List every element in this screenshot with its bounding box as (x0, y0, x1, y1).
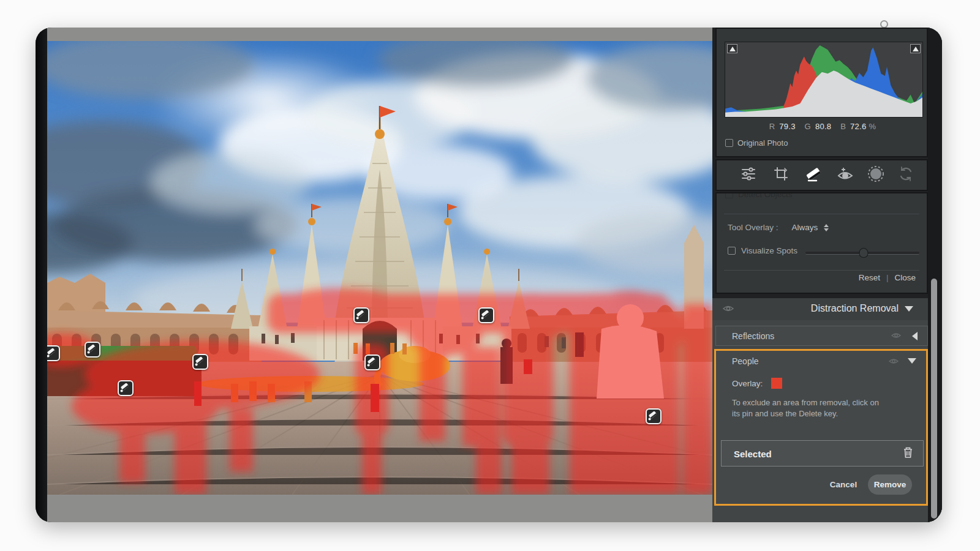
red-eye-icon[interactable] (837, 166, 854, 184)
photo-matte (47, 28, 712, 522)
visualize-spots-checkbox[interactable] (728, 247, 736, 255)
highlight-clipping-toggle[interactable] (910, 44, 921, 53)
close-button[interactable]: Close (894, 273, 916, 282)
rgb-readout: R 79.3 G 80.8 B 72.6 % (717, 122, 927, 131)
detect-objects-row-clipped: Detect Objects (725, 192, 793, 200)
panel-scrollbar[interactable] (931, 279, 937, 519)
histogram-panel: R 79.3 G 80.8 B 72.6 % Original Photo (715, 28, 928, 157)
section-people-highlighted: People Overlay: To exclude an are (714, 349, 928, 506)
people-collapse-caret-icon[interactable] (908, 358, 916, 364)
masking-icon[interactable] (867, 165, 884, 185)
dropdown-arrows-icon[interactable] (824, 224, 829, 231)
cancel-button[interactable]: Cancel (825, 476, 862, 494)
overlay-label: Overlay: (732, 379, 763, 388)
heal-tool-options: Detect Objects Tool Overlay : Always Vis… (715, 192, 928, 294)
visualize-spots-slider[interactable] (805, 252, 919, 255)
visualize-spots-slider-thumb[interactable] (859, 248, 868, 258)
panel-scroll-rail (928, 28, 942, 522)
visualize-spots-label: Visualize Spots (741, 246, 797, 255)
left-edge-bar (36, 28, 47, 522)
divider (724, 214, 919, 214)
people-row[interactable]: People (716, 352, 926, 370)
tool-overlay-dropdown[interactable]: Always (792, 223, 818, 232)
overlay-color-swatch[interactable] (771, 378, 782, 389)
removal-pin[interactable] (118, 380, 134, 396)
button-separator: | (886, 273, 889, 282)
exclusion-help-text: To exclude an area from removal, click o… (732, 397, 903, 419)
divider (724, 270, 919, 271)
distraction-removal-panel: Distraction Removal Reflections People (712, 298, 942, 522)
selected-label: Selected (734, 448, 772, 459)
removal-pin[interactable] (364, 354, 380, 370)
temple-photo-scene (47, 41, 712, 495)
photo-canvas[interactable] (47, 41, 712, 495)
people-eye-icon[interactable] (888, 357, 899, 368)
clipped-icon (880, 20, 889, 28)
reflections-expand-caret-icon[interactable] (912, 332, 918, 340)
reset-button[interactable]: Reset (859, 273, 880, 282)
sync-icon[interactable] (898, 166, 914, 184)
removal-pin[interactable] (85, 342, 100, 358)
panel-eye-icon[interactable] (722, 304, 734, 316)
removal-pin[interactable] (47, 345, 60, 361)
remove-button[interactable]: Remove (868, 474, 912, 495)
selected-area-row[interactable]: Selected (721, 440, 924, 467)
distraction-removal-header[interactable]: Distraction Removal (712, 298, 928, 320)
tool-strip (715, 159, 928, 191)
shadow-clipping-toggle[interactable] (727, 44, 737, 53)
develop-right-panel: R 79.3 G 80.8 B 72.6 % Original Photo (712, 28, 942, 522)
original-photo-checkbox[interactable] (725, 139, 733, 147)
removal-pin[interactable] (353, 307, 369, 323)
removal-pin[interactable] (192, 354, 208, 370)
people-label: People (732, 356, 759, 366)
tool-overlay-label: Tool Overlay : (728, 223, 778, 232)
original-photo-label: Original Photo (737, 138, 788, 148)
panel-title: Distraction Removal (811, 303, 899, 314)
trash-icon[interactable] (903, 446, 913, 460)
reflections-eye-icon[interactable] (891, 331, 902, 342)
edit-sliders-icon[interactable] (741, 166, 756, 184)
heal-eraser-icon[interactable] (804, 165, 823, 185)
removal-pin[interactable] (646, 408, 662, 424)
histogram-plot[interactable] (725, 42, 923, 118)
crop-icon[interactable] (774, 167, 788, 184)
reflections-label: Reflections (732, 331, 774, 341)
section-reflections[interactable]: Reflections (715, 326, 928, 346)
screenshot-stage: R 79.3 G 80.8 B 72.6 % Original Photo (0, 0, 980, 551)
removal-pin[interactable] (478, 307, 494, 323)
lightroom-window: R 79.3 G 80.8 B 72.6 % Original Photo (36, 28, 942, 522)
panel-collapse-caret-icon[interactable] (905, 306, 913, 312)
